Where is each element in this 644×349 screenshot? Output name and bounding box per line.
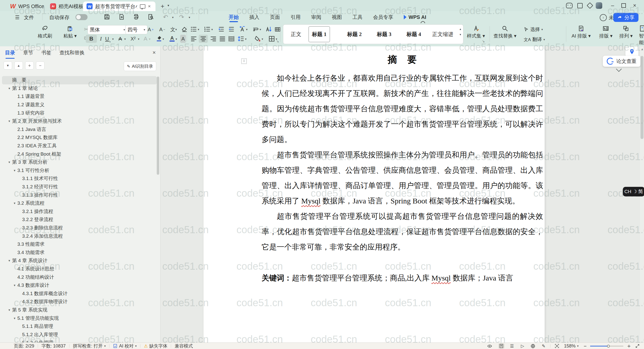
hamburger-menu-icon[interactable]: ☰ (15, 14, 20, 20)
web-view-icon[interactable] (530, 343, 536, 348)
zoom-out-icon[interactable]: － (582, 343, 588, 348)
ai-recognize-toc-button[interactable]: ✎ AI识别目录 (124, 61, 156, 71)
toc-item[interactable]: 1.2 课题意义 (0, 101, 160, 109)
sidebar-scrollbar[interactable] (157, 77, 159, 175)
underline-button[interactable]: U (104, 35, 110, 43)
toc-item[interactable]: 1.3 研究内容 (0, 109, 160, 117)
toc-item[interactable]: 3.2.2 登录流程 (0, 216, 160, 224)
paragraph-group-expander-icon[interactable]: ↘ (276, 39, 279, 43)
styles-group-expander-icon[interactable]: ↘ (482, 39, 485, 43)
document-page[interactable]: 摘 要 如今社会上各行各业，都喜欢用自己行业的专属软件工作，互联网发展到这个时候… (204, 46, 545, 342)
menu-tab-9[interactable]: WPS AI (398, 11, 431, 23)
line-spacing-chevron-icon[interactable]: ▾ (245, 37, 247, 41)
toc-collapse-icon[interactable]: ▼ (7, 120, 12, 123)
style-option-6[interactable]: 正文缩进 (429, 25, 456, 44)
toc-item[interactable]: ▼第 3 章 系统分析 (0, 158, 160, 166)
format-painter-button[interactable]: 格式刷 (38, 25, 52, 39)
text-direction-button[interactable] (237, 25, 247, 33)
toc-item[interactable]: 2.2 MYSQL 数据库 (0, 133, 160, 142)
toc-item[interactable]: 3.1.3 操作可行性 (0, 191, 160, 199)
phonetic-guide-icon[interactable]: 文▾ (169, 25, 178, 33)
pin-toolbar[interactable] (625, 47, 638, 57)
outline-view-icon[interactable]: ☰ (509, 343, 515, 348)
numbered-list-button[interactable] (203, 25, 212, 33)
fit-page-icon[interactable] (554, 343, 560, 348)
sidebar-tab-4[interactable]: 查找和替换 (59, 49, 85, 59)
toc-collapse-icon[interactable]: ▼ (12, 284, 17, 287)
spellcheck-status[interactable]: 拼写检查: 打开▾ (73, 343, 106, 349)
new-window-icon[interactable] (576, 2, 584, 9)
document-text[interactable]: 摘 要 如今社会上各行各业，都喜欢用自己行业的专属软件工作，互联网发展到这个时候… (262, 46, 543, 286)
collapse-all-button[interactable]: ▾ (4, 61, 12, 69)
superscript-button[interactable]: X² (129, 35, 137, 43)
menu-tab-8[interactable]: 会员专享 (368, 11, 398, 23)
styles-set-button[interactable]: 样式集 ▾ (467, 25, 485, 39)
font-name-select[interactable]: 黑体▾ (88, 25, 127, 34)
toc-item[interactable]: 3.2.1 操作流程 (0, 207, 160, 216)
toc-item[interactable]: 2.4 Spring Boot 框架 (0, 150, 160, 158)
line-spacing-button[interactable] (236, 35, 246, 43)
zoom-level[interactable]: 158%▾ (564, 343, 579, 349)
tab-list-chevron-icon[interactable]: ▾ (168, 4, 169, 7)
screen-share-icon[interactable] (140, 4, 145, 9)
styles-scroll-down-icon[interactable]: ▾ (460, 33, 461, 36)
toc-item[interactable]: 3.2.4 添加信息流程 (0, 232, 160, 240)
font-size-select[interactable]: 四号▾ (125, 25, 147, 34)
strikethrough-button[interactable]: A (117, 35, 123, 43)
highlight-chevron-icon[interactable]: ▾ (163, 37, 164, 41)
translate-button[interactable]: 文A 翻译▾ (524, 36, 545, 43)
layout-button[interactable]: 排版 ▾ (599, 25, 613, 39)
toc-collapse-icon[interactable]: ▼ (12, 169, 17, 172)
zoom-in-toc-button[interactable]: ＋ (25, 61, 34, 69)
underline-chevron-icon[interactable]: ▾ (112, 37, 114, 41)
strikethrough-chevron-icon[interactable]: ▾ (124, 37, 126, 41)
text-wrap-chevron-icon[interactable]: ▾ (260, 28, 261, 31)
sidebar-tab-2[interactable]: 章节 (23, 49, 33, 59)
bulleted-list-button[interactable] (189, 25, 198, 33)
toc-item[interactable]: 3.4 功能需求 (0, 248, 160, 257)
justify-button[interactable] (218, 35, 227, 43)
decrease-font-icon[interactable]: A－ (158, 25, 167, 33)
menu-tab-1[interactable]: 开始 (223, 11, 244, 23)
decrease-indent-button[interactable] (217, 25, 226, 33)
toc-item[interactable]: 2.3 IDEA 开发工具 (0, 142, 160, 150)
increase-indent-button[interactable] (227, 25, 236, 33)
zoom-slider-thumb[interactable] (607, 345, 610, 347)
ai-assistant-icon[interactable] (566, 2, 573, 9)
align-center-button[interactable] (199, 35, 208, 43)
toc-item[interactable]: ▼第 5 章 系统实现 (0, 306, 160, 314)
style-option-3[interactable]: 标题 2 (344, 25, 365, 44)
style-option-1[interactable]: 正文 (288, 25, 304, 44)
sidebar-tab-1[interactable]: 目录 (5, 49, 15, 59)
font-color-chevron-icon[interactable]: ▾ (176, 37, 177, 41)
numbered-list-chevron-icon[interactable]: ▾ (211, 28, 213, 31)
sidebar-tab-3[interactable]: 书签 (41, 49, 51, 59)
toc-item[interactable]: ▼3.1 可行性分析 (0, 166, 160, 175)
arrange-button[interactable]: 排列 ▾ (619, 25, 633, 39)
ai-proofread[interactable]: AI 校对▾ (113, 343, 137, 349)
toc-item[interactable]: 1.1 课题背景 (0, 92, 160, 101)
user-avatar[interactable] (595, 2, 603, 9)
menu-tab-6[interactable]: 视图 (327, 11, 347, 23)
bulleted-list-chevron-icon[interactable]: ▾ (198, 28, 199, 31)
toc-item[interactable]: 3.1.2 经济可行性 (0, 183, 160, 191)
menu-tab-3[interactable]: 页面 (265, 11, 285, 23)
toc-item[interactable]: 4.2 功能结构设计 (0, 273, 160, 281)
align-left-button[interactable] (189, 35, 198, 43)
toc-item[interactable]: 2.1 Java 语言 (0, 125, 160, 134)
style-option-5[interactable]: 标题 4 (404, 25, 424, 44)
tab-template[interactable]: AI 稻壳AI模板 (47, 2, 87, 11)
styles-scroll-up-icon[interactable]: ▴ (460, 27, 461, 31)
page-view-icon[interactable] (498, 343, 504, 348)
character-shading-button[interactable]: A (180, 35, 186, 43)
share-button[interactable]: 分享 (613, 13, 638, 22)
print-icon[interactable] (133, 14, 139, 20)
toc-collapse-icon[interactable]: ▼ (7, 259, 12, 262)
text-direction-chevron-icon[interactable]: ▾ (246, 28, 248, 31)
toc-item[interactable]: 5.1.1 商品管理 (0, 322, 160, 331)
eye-protect-icon[interactable] (487, 343, 493, 348)
toc-item[interactable]: 4.3.2 数据库物理设计 (0, 298, 160, 306)
table-grid-button[interactable] (273, 25, 282, 33)
borders-button[interactable] (267, 35, 276, 43)
save-icon[interactable] (104, 14, 110, 20)
